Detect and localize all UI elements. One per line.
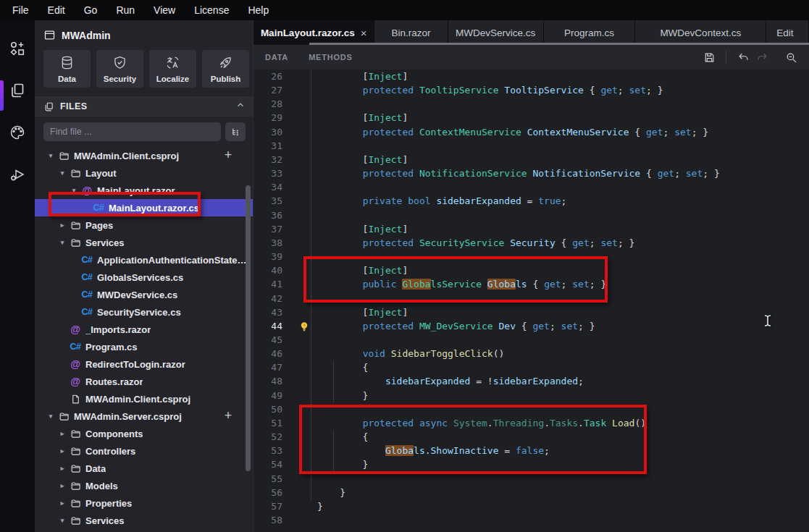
tree-item-models[interactable]: ▸Models	[35, 477, 253, 494]
menu-item-go[interactable]: Go	[75, 0, 107, 20]
tree-item-data[interactable]: ▸Data	[35, 460, 253, 477]
tree-item-label: Controllers	[85, 446, 135, 457]
tree-item-redirecttologin-razor[interactable]: @RedirectToLogin.razor	[35, 355, 253, 373]
chevron-down-icon[interactable]: ▾	[56, 239, 68, 246]
tree-hierarchy-icon	[230, 127, 241, 138]
chevron-down-icon[interactable]: ▾	[45, 413, 56, 420]
tree-item-label: ApplicationAuthenticationStateProvi...	[97, 255, 253, 266]
code-line-58: 58	[253, 513, 809, 527]
tab-mainlayout-razor-cs[interactable]: MainLayout.razor.cs×	[253, 20, 374, 45]
tree-item-mainlayout-razor-cs[interactable]: C#MainLayout.razor.cs	[35, 199, 253, 216]
shield-icon	[112, 55, 127, 72]
menu-item-run[interactable]: Run	[106, 0, 144, 20]
code-line-48: 48 sidebarExpanded = !sidebarExpanded;	[253, 374, 809, 388]
chevron-right-icon[interactable]: ▸	[56, 430, 68, 437]
tab-section-data[interactable]: DATA	[265, 53, 288, 62]
tab-scrollbar[interactable]	[309, 43, 809, 45]
menu-item-edit[interactable]: Edit	[38, 0, 75, 20]
undo-icon[interactable]	[734, 48, 753, 67]
files-icon[interactable]	[3, 78, 32, 103]
debug-icon[interactable]	[3, 162, 32, 187]
shapes-icon[interactable]	[3, 36, 32, 61]
tab-edit[interactable]: Edit	[766, 20, 809, 45]
code-line-27: 27 protected TooltipService TooltipServi…	[253, 83, 809, 97]
file-tree-scrollbar[interactable]	[246, 185, 251, 471]
add-file-button[interactable]: +	[221, 147, 235, 164]
line-number: 43	[253, 305, 282, 319]
tab-section-methods[interactable]: METHODS	[309, 53, 353, 62]
save-icon[interactable]	[700, 48, 718, 67]
rocket-icon	[218, 55, 233, 72]
find-file-input[interactable]	[43, 122, 221, 141]
tree-item-services[interactable]: ▾Services	[35, 512, 253, 529]
data-button[interactable]: Data	[43, 50, 91, 88]
tree-item-label: GlobalsServices.cs	[97, 272, 183, 283]
tree-item-applicationauthenticationstateprovi-[interactable]: C#ApplicationAuthenticationStateProvi...	[35, 251, 253, 269]
line-number: 40	[253, 263, 282, 277]
tree-item-layout[interactable]: ▾Layout	[35, 164, 253, 182]
files-panel-header[interactable]: FILES	[35, 96, 253, 117]
tab-program-cs[interactable]: Program.cs	[544, 20, 635, 45]
document-icon	[68, 394, 83, 405]
tree-item-controllers[interactable]: ▸Controllers	[35, 442, 253, 460]
menu-item-file[interactable]: File	[3, 0, 38, 20]
menu-item-license[interactable]: License	[185, 0, 238, 20]
folder-icon	[68, 481, 83, 491]
lightbulb-icon[interactable]	[298, 321, 310, 332]
line-number: 54	[253, 457, 282, 471]
tab-label: MWDevContext.cs	[660, 28, 741, 38]
tree-item-routes-razor[interactable]: @Routes.razor	[35, 373, 253, 390]
tree-item-globalsservices-cs[interactable]: C#GlobalsServices.cs	[35, 269, 253, 286]
tree-item-services[interactable]: ▾Services	[35, 234, 253, 251]
tab-mwdevcontext-cs[interactable]: MWDevContext.cs	[635, 20, 766, 45]
chevron-down-icon[interactable]: ▾	[45, 152, 56, 159]
line-number: 45	[253, 333, 282, 347]
chevron-right-icon[interactable]: ▸	[56, 482, 68, 489]
razor-file-icon: @	[68, 324, 83, 335]
translate-icon	[165, 55, 180, 72]
project-header: MWAdmin	[35, 20, 253, 44]
line-number: 32	[253, 153, 282, 166]
line-number: 39	[253, 250, 282, 263]
tree-item-pages[interactable]: ▸Pages	[35, 216, 253, 234]
editor-toolbar: DATA METHODS	[253, 45, 809, 69]
tree-item-properties[interactable]: ▸Properties	[35, 494, 253, 512]
chevron-up-icon[interactable]	[235, 100, 246, 113]
chevron-right-icon[interactable]: ▸	[56, 465, 68, 472]
code-editor[interactable]: 26 [Inject]27 protected TooltipService T…	[253, 69, 809, 532]
chevron-down-icon[interactable]: ▾	[56, 517, 68, 524]
menu-item-help[interactable]: Help	[238, 0, 278, 20]
tree-item-mwdevservice-cs[interactable]: C#MWDevService.cs	[35, 286, 253, 303]
palette-icon[interactable]	[3, 120, 32, 145]
tree-item-mwadmin-client-csproj[interactable]: MWAdmin.Client.csproj	[35, 390, 253, 408]
menu-item-view[interactable]: View	[144, 0, 185, 20]
tab-bin-razor[interactable]: Bin.razor	[374, 20, 448, 45]
razor-file-icon: @	[68, 376, 83, 387]
tree-view-toggle-button[interactable]	[225, 122, 246, 141]
publish-button[interactable]: Publish	[202, 50, 249, 88]
tree-item-mainlayout-razor[interactable]: ▾@MainLayout.razor	[35, 182, 253, 199]
tree-item--imports-razor[interactable]: @_Imports.razor	[35, 321, 253, 338]
chevron-right-icon[interactable]: ▸	[56, 447, 68, 455]
tree-item-components[interactable]: ▸Components	[35, 425, 253, 442]
tab-mwdevservice-cs[interactable]: MWDevService.cs	[448, 20, 544, 45]
tree-item-mwadmin-client-csproj[interactable]: ▾MWAdmin.Client.csproj+	[35, 147, 253, 164]
tree-item-securityservice-cs[interactable]: C#SecurityService.cs	[35, 303, 253, 321]
tree-item-mwadmin-server-csproj[interactable]: ▾MWAdmin.Server.csproj+	[35, 408, 253, 425]
add-file-button[interactable]: +	[221, 408, 235, 425]
close-icon[interactable]: ×	[361, 27, 367, 39]
redo-icon[interactable]	[753, 48, 771, 67]
tree-item-label: Data	[85, 463, 106, 474]
code-line-50: 50	[253, 402, 809, 416]
tree-item-program-cs[interactable]: C#Program.cs	[35, 338, 253, 355]
chevron-right-icon[interactable]: ▸	[56, 221, 68, 229]
tree-item-clipped[interactable]: C#	[35, 529, 253, 532]
search-icon[interactable]	[781, 48, 800, 67]
chevron-down-icon[interactable]: ▾	[56, 169, 68, 177]
editor-group: MainLayout.razor.cs×Bin.razorMWDevServic…	[253, 20, 809, 532]
tree-item-label: Properties	[85, 498, 132, 509]
chevron-down-icon[interactable]: ▾	[68, 187, 80, 194]
localize-button[interactable]: Localize	[149, 50, 196, 88]
chevron-right-icon[interactable]: ▸	[56, 499, 68, 507]
security-button[interactable]: Security	[96, 50, 143, 88]
